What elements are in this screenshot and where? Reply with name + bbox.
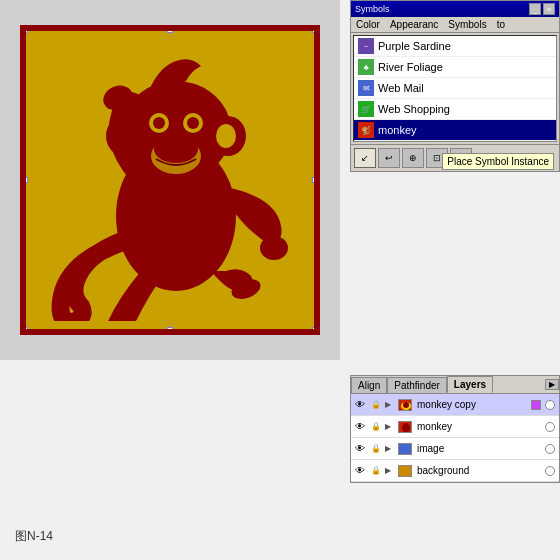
- layer-circle-monkey-copy: [545, 400, 555, 410]
- minimize-button[interactable]: _: [529, 3, 541, 15]
- layer-thumb-background: [397, 464, 413, 478]
- symbol-item-purple-sardine[interactable]: ~ Purple Sardine: [354, 36, 556, 57]
- symbol-item-river-foliage[interactable]: ♣ River Foliage: [354, 57, 556, 78]
- layer-lock-background[interactable]: 🔒: [369, 464, 383, 478]
- symbols-list: ~ Purple Sardine ♣ River Foliage ✉ Web M…: [353, 35, 557, 142]
- river-foliage-icon: ♣: [358, 59, 374, 75]
- layers-panel: Align Pathfinder Layers ▶ 👁 🔒 ▶ monkey c…: [350, 375, 560, 483]
- tab-pathfinder[interactable]: Pathfinder: [387, 377, 447, 393]
- purple-sardine-icon: ~: [358, 38, 374, 54]
- canvas-area: [0, 0, 340, 360]
- layer-thumb-monkey: [397, 420, 413, 434]
- handle-top-right[interactable]: [312, 27, 318, 33]
- symbol-item-web-mail[interactable]: ✉ Web Mail: [354, 78, 556, 99]
- symbols-panel: Symbols _ × Color Appearanc Symbols to ~…: [350, 0, 560, 172]
- layer-lock-monkey[interactable]: 🔒: [369, 420, 383, 434]
- monkey-artwork: [46, 41, 306, 321]
- handle-top-mid[interactable]: [167, 27, 173, 33]
- tab-align[interactable]: Align: [351, 377, 387, 393]
- web-mail-label: Web Mail: [378, 82, 424, 94]
- monkey-symbol-icon: 🐒: [358, 122, 374, 138]
- layer-expand-image[interactable]: ▶: [385, 444, 395, 453]
- svg-point-10: [153, 117, 165, 129]
- figure-label: 图N-14: [15, 528, 53, 545]
- layer-lock-image[interactable]: 🔒: [369, 442, 383, 456]
- web-shopping-icon: 🛒: [358, 101, 374, 117]
- layer-name-monkey: monkey: [415, 421, 543, 432]
- symbol-item-web-shopping[interactable]: 🛒 Web Shopping: [354, 99, 556, 120]
- handle-top-left[interactable]: [22, 27, 28, 33]
- menu-symbols[interactable]: Symbols: [443, 17, 491, 32]
- layer-expand-monkey-copy[interactable]: ▶: [385, 400, 395, 409]
- layers-list: 👁 🔒 ▶ monkey copy 👁 🔒 ▶ monkey: [351, 394, 559, 482]
- layer-thumb-monkey-copy: [397, 398, 413, 412]
- layer-expand-background[interactable]: ▶: [385, 466, 395, 475]
- layer-eye-background[interactable]: 👁: [353, 464, 367, 478]
- svg-point-12: [187, 117, 199, 129]
- handle-bottom-mid[interactable]: [167, 327, 173, 333]
- symbols-panel-titlebar: Symbols _ ×: [351, 1, 559, 17]
- new-symbol-button[interactable]: ⊕: [402, 148, 424, 168]
- layer-row-monkey-copy: 👁 🔒 ▶ monkey copy: [351, 394, 559, 416]
- layer-row-image: 👁 🔒 ▶ image: [351, 438, 559, 460]
- web-mail-icon: ✉: [358, 80, 374, 96]
- tab-layers[interactable]: Layers: [447, 376, 493, 393]
- svg-point-20: [403, 402, 409, 408]
- svg-point-22: [403, 423, 409, 429]
- layer-row-background: 👁 🔒 ▶ background: [351, 460, 559, 482]
- layer-eye-monkey[interactable]: 👁: [353, 420, 367, 434]
- handle-bottom-right[interactable]: [312, 327, 318, 333]
- layer-color-monkey-copy: [531, 400, 541, 410]
- svg-point-8: [154, 135, 198, 163]
- purple-sardine-label: Purple Sardine: [378, 40, 451, 52]
- layer-name-image: image: [415, 443, 543, 454]
- menu-to[interactable]: to: [492, 17, 510, 32]
- menu-appearance[interactable]: Appearanc: [385, 17, 443, 32]
- layer-eye-image[interactable]: 👁: [353, 442, 367, 456]
- layers-panel-menu[interactable]: ▶: [545, 379, 559, 390]
- symbols-menu-bar: Color Appearanc Symbols to: [351, 17, 559, 33]
- layer-circle-monkey: [545, 422, 555, 432]
- edit-symbol-button[interactable]: ↩: [378, 148, 400, 168]
- layer-eye-monkey-copy[interactable]: 👁: [353, 398, 367, 412]
- layer-lock-monkey-copy[interactable]: 🔒: [369, 398, 383, 412]
- web-shopping-label: Web Shopping: [378, 103, 450, 115]
- monkey-symbol-label: monkey: [378, 124, 417, 136]
- svg-point-5: [216, 124, 236, 148]
- layer-name-background: background: [415, 465, 543, 476]
- layer-circle-background: [545, 466, 555, 476]
- place-symbol-tooltip: Place Symbol Instance: [442, 153, 554, 170]
- layer-circle-image: [545, 444, 555, 454]
- handle-left-mid[interactable]: [22, 177, 28, 183]
- layer-row-monkey: 👁 🔒 ▶ monkey: [351, 416, 559, 438]
- symbols-panel-title: Symbols: [355, 4, 390, 14]
- handle-right-mid[interactable]: [312, 177, 318, 183]
- artwork-frame: [20, 25, 320, 335]
- layers-tab-bar: Align Pathfinder Layers ▶: [351, 376, 559, 394]
- menu-color[interactable]: Color: [351, 17, 385, 32]
- title-controls: _ ×: [529, 3, 555, 15]
- river-foliage-label: River Foliage: [378, 61, 443, 73]
- artwork-background: [20, 25, 320, 335]
- svg-point-16: [260, 236, 288, 260]
- close-button[interactable]: ×: [543, 3, 555, 15]
- symbol-item-monkey[interactable]: 🐒 monkey: [354, 120, 556, 141]
- layer-name-monkey-copy: monkey copy: [415, 399, 529, 410]
- handle-bottom-left[interactable]: [22, 327, 28, 333]
- place-symbol-button[interactable]: ↙: [354, 148, 376, 168]
- layer-expand-monkey[interactable]: ▶: [385, 422, 395, 431]
- layer-thumb-image: [397, 442, 413, 456]
